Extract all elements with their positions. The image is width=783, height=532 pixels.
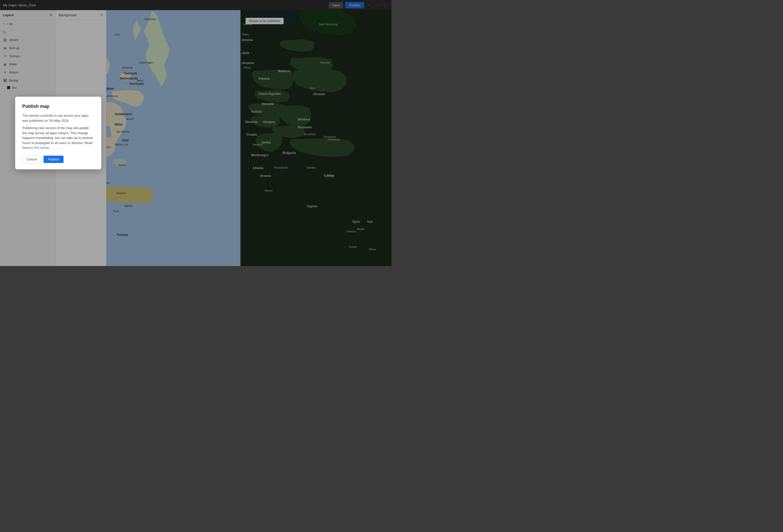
publish-modal: Publish map The version currently in use…	[15, 97, 101, 169]
modal-overlay: Publish map The version currently in use…	[0, 0, 392, 266]
modal-title: Publish map	[22, 104, 94, 109]
modal-actions: Cancel Publish	[22, 155, 94, 163]
modal-text-3-content: .	[49, 146, 50, 150]
modal-text-2-content: Publishing new version of the map will u…	[22, 126, 93, 150]
modal-text-2: Publishing new version of the map will u…	[22, 126, 94, 150]
publish-button[interactable]: Publish	[43, 156, 64, 163]
modal-article-link[interactable]: this article	[34, 146, 49, 150]
cancel-button[interactable]: Cancel	[22, 155, 41, 163]
modal-text-1: The version currently in use across your…	[22, 113, 94, 123]
